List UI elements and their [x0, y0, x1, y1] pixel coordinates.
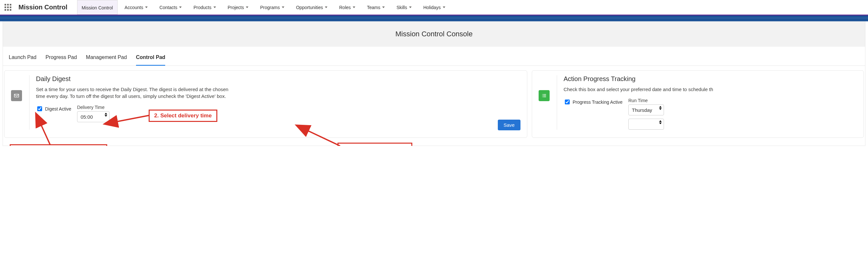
daily-digest-body: Daily Digest Set a time for your users t… [29, 75, 521, 130]
progress-tracking-body: Action Progress Tracking Check this box … [557, 75, 857, 130]
digest-active-checkbox[interactable] [37, 106, 42, 111]
delivery-time-label: Delivery Time [77, 105, 110, 110]
progress-tracking-form: Progress Tracking Active Run Time Thursd… [563, 98, 857, 130]
nav-item-products[interactable]: Products [189, 0, 220, 15]
card-row: Daily Digest Set a time for your users t… [3, 66, 865, 145]
save-button[interactable]: Save [498, 119, 521, 130]
nav-label: Holidays [423, 5, 441, 10]
stepper-icon[interactable] [659, 106, 662, 110]
nav-item-skills[interactable]: Skills [392, 0, 416, 15]
chevron-down-icon [382, 6, 385, 8]
chevron-down-icon [325, 6, 328, 8]
chevron-down-icon [443, 6, 445, 8]
progress-active-label: Progress Tracking Active [572, 100, 622, 105]
daily-digest-form: Digest Active Delivery Time 05:00 [36, 105, 521, 122]
run-time-day-value: Thursday [632, 107, 652, 113]
nav-item-accounts[interactable]: Accounts [120, 0, 153, 15]
app-title: Mission Control [19, 4, 67, 11]
nav-label: Accounts [125, 5, 144, 10]
delivery-time-field: Delivery Time 05:00 [77, 105, 110, 122]
nav-label: Projects [228, 5, 244, 10]
nav-label: Opportunities [296, 5, 323, 10]
daily-digest-description: Set a time for your users to receive the… [36, 86, 237, 100]
nav-label: Roles [339, 5, 351, 10]
nav-item-programs[interactable]: Programs [255, 0, 289, 15]
nav-item-teams[interactable]: Teams [363, 0, 389, 15]
tab-control-pad[interactable]: Control Pad [136, 54, 165, 66]
global-nav: Mission Control Mission Control Accounts… [0, 0, 868, 16]
delivery-time-picker[interactable]: 05:00 [77, 111, 110, 122]
delivery-time-value: 05:00 [81, 114, 93, 119]
nav-item-mission-control[interactable]: Mission Control [77, 0, 117, 15]
nav-item-contacts[interactable]: Contacts [155, 0, 186, 15]
progress-icon [538, 90, 550, 101]
progress-tracking-title: Action Progress Tracking [563, 75, 857, 83]
chevron-down-icon [179, 6, 182, 8]
nav-label: Contacts [159, 5, 177, 10]
page-shell: Mission Control Console Launch Pad Progr… [0, 21, 868, 146]
daily-digest-card: Daily Digest Set a time for your users t… [4, 70, 527, 138]
daily-digest-title: Daily Digest [36, 75, 521, 83]
nav-item-roles[interactable]: Roles [335, 0, 360, 15]
chevron-down-icon [246, 6, 248, 8]
progress-active-checkbox[interactable] [565, 100, 570, 104]
progress-tracking-card: Action Progress Tracking Check this box … [532, 70, 864, 138]
mail-icon [11, 90, 22, 101]
chevron-down-icon [353, 6, 355, 8]
run-time-day-picker[interactable]: Thursday [628, 104, 664, 115]
run-time-hour-picker[interactable] [628, 119, 664, 130]
chevron-down-icon [145, 6, 148, 8]
stepper-icon[interactable] [659, 120, 662, 124]
nav-label: Teams [367, 5, 380, 10]
console-title: Mission Control Console [3, 21, 865, 47]
run-time-label: Run Time [628, 98, 664, 103]
app-launcher-icon[interactable] [4, 4, 11, 11]
run-time-field: Run Time Thursday [628, 98, 664, 130]
nav-item-opportunities[interactable]: Opportunities [291, 0, 332, 15]
digest-active-wrapper[interactable]: Digest Active [36, 105, 71, 112]
tab-launch-pad[interactable]: Launch Pad [9, 54, 36, 65]
chevron-down-icon [282, 6, 284, 8]
nav-item-holidays[interactable]: Holidays [419, 0, 450, 15]
page-root: Mission Control Mission Control Accounts… [0, 0, 868, 146]
stepper-icon[interactable] [104, 113, 107, 117]
console-body: Launch Pad Progress Pad Management Pad C… [3, 47, 865, 146]
tab-progress-pad[interactable]: Progress Pad [45, 54, 77, 65]
nav-label: Programs [260, 5, 280, 10]
nav-label: Products [193, 5, 211, 10]
chevron-down-icon [213, 6, 216, 8]
nav-label: Mission Control [82, 5, 113, 10]
pad-tabs: Launch Pad Progress Pad Management Pad C… [3, 47, 865, 66]
nav-item-projects[interactable]: Projects [223, 0, 253, 15]
progress-active-wrapper[interactable]: Progress Tracking Active [563, 99, 622, 105]
nav-label: Skills [397, 5, 407, 10]
tab-management-pad[interactable]: Management Pad [86, 54, 127, 65]
chevron-down-icon [409, 6, 412, 8]
digest-active-label: Digest Active [45, 106, 71, 111]
decorative-band [0, 16, 868, 21]
progress-tracking-description: Check this box and select your preferred… [563, 86, 857, 93]
